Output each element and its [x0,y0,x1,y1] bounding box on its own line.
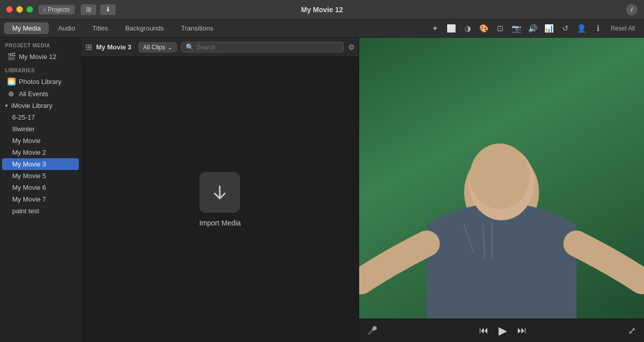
libraries-header: LIBRARIES [0,63,81,75]
inspector-icon[interactable]: ℹ [592,22,605,35]
magic-wand-icon[interactable]: ✦ [429,22,442,35]
toolbar-tabs: My Media Audio Titles Backgrounds Transi… [0,19,644,38]
import-media-button[interactable]: Import Media [199,172,241,227]
photos-label: Photos Library [19,78,62,86]
clips-dropdown[interactable]: All Clips ⌄ [138,42,177,52]
project-media-header: PROJECT MEDIA [0,38,81,50]
chevron-left-icon: ‹ [44,6,46,13]
import-box-icon [199,172,240,213]
info-button[interactable]: i [626,4,638,16]
window-title: My Movie 12 [301,6,343,14]
browser-content: Import Media [81,57,359,342]
back-label: Projects [48,6,70,13]
sidebar-item-project[interactable]: 🎬 My Movie 12 [2,50,79,63]
skip-forward-button[interactable]: ⏭ [517,325,526,336]
sidebar-tree-item-my-movie-7[interactable]: My Movie 7 [2,193,79,205]
browser-header: ⊞ My Movie 3 All Clips ⌄ 🔍 ⚙ [81,38,359,57]
tree-item-label: paint test [12,207,39,215]
sidebar-tree-item-my-movie-6[interactable]: My Movie 6 [2,182,79,193]
sidebar-tree-item-illwinter[interactable]: Illwinter [2,123,79,135]
tabs-left: My Media Audio Titles Backgrounds Transi… [0,22,221,34]
browser-toggle-icon[interactable]: ⊞ [85,42,92,52]
collapse-arrow-icon: ▾ [5,103,8,108]
noise-reduction-icon[interactable]: ↺ [559,22,572,35]
sidebar: PROJECT MEDIA 🎬 My Movie 12 LIBRARIES 🌅 … [0,38,81,342]
tree-item-label: My Movie 7 [12,195,46,203]
equalizer-icon[interactable]: 📊 [543,22,556,35]
crop-icon[interactable]: ⬜ [445,22,458,35]
preview-panel: 🎤 ⏮ ▶ ⏭ ⤢ [359,38,644,342]
sidebar-tree-item-my-movie-5[interactable]: My Movie 5 [2,170,79,182]
browser-title: My Movie 3 [96,43,131,51]
titlebar: ‹ Projects ⊞ ⬇ My Movie 12 i [0,0,644,19]
settings-gear-icon[interactable]: ⚙ [348,43,355,52]
sidebar-item-photos[interactable]: 🌅 Photos Library [2,75,79,88]
sidebar-tree-item-my-movie[interactable]: My Movie [2,135,79,147]
imovie-library-label: iMovie Library [11,102,52,109]
tab-backgrounds[interactable]: Backgrounds [117,22,172,34]
tree-item-label: My Movie 2 [12,149,46,156]
playback-center: ⏮ ▶ ⏭ [479,324,526,337]
camera-icon[interactable]: 📷 [510,22,523,35]
tree-item-label: 6-25-17 [12,113,35,121]
sidebar-item-all-events[interactable]: ⊕ All Events [2,88,79,100]
plus-icon: ⊕ [7,90,15,98]
search-input[interactable] [196,44,339,51]
tab-audio[interactable]: Audio [50,22,83,34]
tree-item-label: My Movie 6 [12,184,46,191]
clips-label: All Clips [143,44,165,51]
titlebar-icons: ⊞ ⬇ [80,4,116,15]
main-area: PROJECT MEDIA 🎬 My Movie 12 LIBRARIES 🌅 … [0,38,644,342]
tree-item-label: My Movie 5 [12,172,46,180]
all-events-label: All Events [19,90,48,98]
tab-my-media[interactable]: My Media [4,22,49,34]
skip-back-button[interactable]: ⏮ [479,325,488,336]
sidebar-item-imovie-library[interactable]: ▾ iMovie Library [2,100,79,111]
film-icon: 🎬 [7,52,15,61]
playback-controls: 🎤 ⏮ ▶ ⏭ ⤢ [359,319,644,342]
tree-item-label: My Movie [12,137,41,145]
svg-point-5 [470,144,530,209]
tab-transitions[interactable]: Transitions [173,22,221,34]
toolbar-right: ✦ ⬜ ◑ 🎨 ⊡ 📷 🔊 📊 ↺ 👤 ℹ Reset All [429,22,644,35]
import-label: Import Media [199,219,241,227]
tree-item-label: My Movie 3 [12,160,46,168]
titlebar-left: ‹ Projects ⊞ ⬇ [6,4,116,15]
preview-video [359,38,644,319]
browser-panel: ⊞ My Movie 3 All Clips ⌄ 🔍 ⚙ Import [81,38,359,342]
crop-tool-icon[interactable]: ⊡ [494,22,507,35]
library-view-button[interactable]: ⊞ [80,4,97,15]
dropdown-arrow-icon: ⌄ [167,44,172,51]
import-button[interactable]: ⬇ [100,4,116,15]
close-button[interactable] [6,6,13,13]
preview-placeholder [359,38,644,319]
microphone-button[interactable]: 🎤 [367,326,377,335]
search-box: 🔍 [181,42,344,52]
search-icon: 🔍 [186,43,194,51]
face-detection-icon[interactable]: 👤 [575,22,589,35]
minimize-button[interactable] [16,6,23,13]
color-board-icon[interactable]: 🎨 [478,22,491,35]
tab-titles[interactable]: Titles [84,22,116,34]
color-correct-icon[interactable]: ◑ [461,22,475,35]
sidebar-tree-item-paint-test[interactable]: paint test [2,205,79,217]
audio-icon[interactable]: 🔊 [526,22,540,35]
sidebar-tree-item-6-25-17[interactable]: 6-25-17 [2,111,79,123]
play-pause-button[interactable]: ▶ [499,324,507,337]
sidebar-tree-item-my-movie-2[interactable]: My Movie 2 [2,147,79,158]
project-item-label: My Movie 12 [19,53,56,61]
back-button[interactable]: ‹ Projects [38,5,75,15]
sidebar-tree-item-my-movie-3[interactable]: My Movie 3 [2,158,79,170]
reset-all-button[interactable]: Reset All [608,24,638,33]
fullscreen-button[interactable]: ⤢ [628,325,636,336]
tree-item-label: Illwinter [12,125,35,133]
traffic-lights [6,6,33,13]
photos-icon: 🌅 [7,77,15,86]
maximize-button[interactable] [26,6,33,13]
